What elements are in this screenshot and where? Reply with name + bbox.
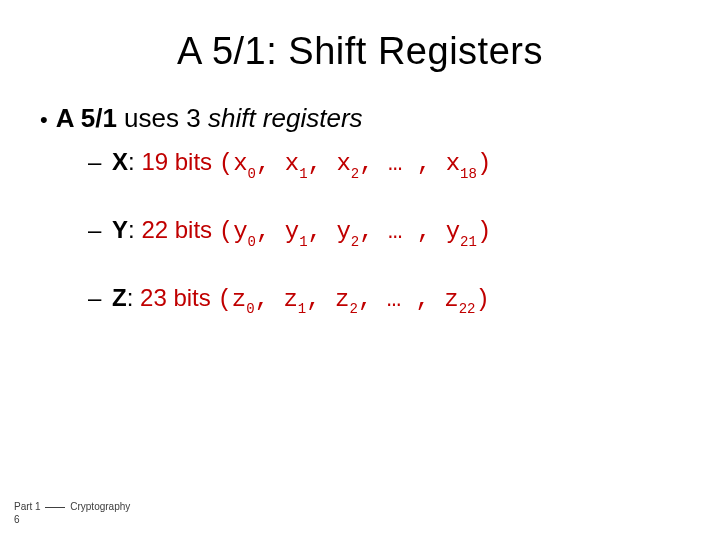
register-row-z: – Z: 23 bits (z0, z1, z2, … , z22) (88, 284, 680, 316)
register-sequence: (x0, x1, x2, … , x18) (219, 150, 492, 177)
bullet-main: •A 5/1 uses 3 shift registers (40, 103, 680, 134)
sub-bullet-dash: – (88, 148, 108, 175)
register-row-x: – X: 19 bits (x0, x1, x2, … , x18) (88, 148, 680, 180)
slide-title: A 5/1: Shift Registers (40, 30, 680, 73)
main-italic: shift registers (208, 103, 363, 133)
register-row-y: – Y: 22 bits (y0, y1, y2, … , y21) (88, 216, 680, 248)
register-name: X (112, 148, 128, 175)
register-sequence: (z0, z1, z2, … , z22) (217, 286, 490, 313)
colon: : (127, 284, 140, 311)
register-bits: 19 bits (141, 148, 218, 175)
footer-topic: Cryptography (67, 501, 130, 512)
sub-bullet-dash: – (88, 216, 108, 243)
colon: : (128, 216, 141, 243)
colon: : (128, 148, 141, 175)
main-bold: A 5/1 (56, 103, 117, 133)
footer-pagenum: 6 (14, 514, 20, 525)
main-mid: uses 3 (117, 103, 208, 133)
register-bits: 22 bits (141, 216, 218, 243)
footer-part: Part 1 (14, 501, 43, 512)
bullet-dot: • (40, 107, 48, 133)
register-name: Y (112, 216, 128, 243)
sub-bullet-dash: – (88, 284, 108, 311)
footer: Part 1 Cryptography 6 (14, 500, 130, 526)
register-name: Z (112, 284, 127, 311)
footer-dash (45, 507, 65, 508)
register-bits: 23 bits (140, 284, 217, 311)
register-sequence: (y0, y1, y2, … , y21) (219, 218, 492, 245)
